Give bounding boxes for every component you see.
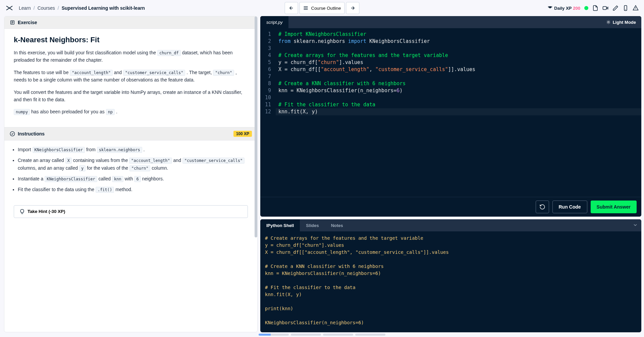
exercise-icon <box>10 20 15 25</box>
topbar: Learn / Courses / Supervised Learning wi… <box>0 0 644 16</box>
course-outline-button[interactable]: Course Outline <box>300 2 345 14</box>
code-line: # Fit the classifier to the data <box>276 101 641 108</box>
progress-seg[interactable] <box>323 334 353 336</box>
exercise-label: Exercise <box>18 20 37 25</box>
code-inline: "account_length" <box>129 158 172 164</box>
exercise-p3: You will convert the features and the ta… <box>14 89 248 104</box>
exercise-body: k-Nearest Neighbors: Fit In this exercis… <box>4 29 257 127</box>
menu-icon <box>303 5 309 11</box>
code-inline: "churn" <box>213 70 234 76</box>
mobile-icon[interactable] <box>623 5 629 11</box>
code-line <box>276 94 641 101</box>
submit-answer-button[interactable]: Submit Answer <box>591 201 637 213</box>
topbar-right: Daily XP 200 <box>547 5 639 11</box>
code-inline: .fit() <box>96 187 114 193</box>
code-line <box>276 73 641 80</box>
instruction-item: Fit the classifier to the data using the… <box>18 186 248 194</box>
logo-area: Learn / Courses / Supervised Learning wi… <box>5 4 145 12</box>
bulb-icon <box>19 209 25 214</box>
svg-point-4 <box>607 21 609 23</box>
code-inline: "customer_service_calls" <box>123 70 185 76</box>
nav-center: Course Outline <box>285 2 360 14</box>
code-inline: X <box>65 158 72 164</box>
instruction-item: Import KNeighborsClassifier from sklearn… <box>18 146 248 154</box>
code-inline: "account_length" <box>70 70 113 76</box>
instruction-item: Instantiate a KNeighborsClassifier calle… <box>18 175 248 183</box>
tab-notes[interactable]: Notes <box>325 219 349 231</box>
progress-seg[interactable] <box>291 334 321 336</box>
editor-tabs: script.py Light Mode <box>260 16 641 28</box>
arrow-right-icon <box>350 5 355 11</box>
scrollbar-thumb[interactable] <box>255 16 257 237</box>
breadcrumb-learn[interactable]: Learn <box>19 5 31 11</box>
tab-ipython-shell[interactable]: IPython Shell <box>260 219 300 231</box>
xp-badge: 100 XP <box>233 131 252 137</box>
svg-point-3 <box>10 131 14 136</box>
code-inline: "customer_service_calls" <box>182 158 245 164</box>
breadcrumb-current: Supervised Learning with scikit-learn <box>62 5 145 11</box>
code-line: y = churn_df["churn"].values <box>276 59 641 66</box>
prev-button[interactable] <box>285 2 298 14</box>
chevron-down-icon <box>633 222 638 228</box>
code-area[interactable]: 1 2 3 4 5 6 7 8 9 10 11 12 # Import KNei… <box>260 28 641 197</box>
breadcrumb: Learn / Courses / Supervised Learning wi… <box>19 5 145 11</box>
code-inline: 6 <box>134 176 141 182</box>
run-code-button[interactable]: Run Code <box>552 201 587 213</box>
instructions-label: Instructions <box>18 131 45 136</box>
daily-xp[interactable]: Daily XP 200 <box>547 5 580 11</box>
instruction-item: Create an array called X containing valu… <box>18 157 248 173</box>
check-circle-icon <box>10 131 15 136</box>
code-line <box>276 45 641 52</box>
progress-seg[interactable] <box>259 334 289 336</box>
tab-slides[interactable]: Slides <box>300 219 325 231</box>
status-dot-icon <box>584 6 588 10</box>
svg-rect-0 <box>603 7 607 10</box>
console: IPython Shell Slides Notes # Create arra… <box>260 219 641 332</box>
code-line: # Import KNeighborsClassifier <box>276 31 641 38</box>
code-line: # Create a KNN classifier with 6 neighbo… <box>276 80 641 87</box>
exercise-panel: Exercise k-Nearest Neighbors: Fit In thi… <box>4 16 258 332</box>
edit-icon[interactable] <box>612 5 619 11</box>
code-inline: sklearn.neighbors <box>97 147 142 153</box>
hint-label: Take Hint (-30 XP) <box>28 209 65 214</box>
main-area: Exercise k-Nearest Neighbors: Fit In thi… <box>0 16 644 332</box>
light-mode-button[interactable]: Light Mode <box>601 20 641 25</box>
scrollbar[interactable] <box>255 16 257 332</box>
breadcrumb-sep: / <box>34 5 35 11</box>
progress-bar <box>259 334 385 336</box>
exercise-p1: In this exercise, you will build your fi… <box>14 49 248 64</box>
code-inline: y <box>79 165 86 171</box>
code-line: knn = KNeighborsClassifier(n_neighbors=6… <box>276 87 641 94</box>
file-icon[interactable] <box>592 5 598 11</box>
editor-tab-script[interactable]: script.py <box>260 16 288 28</box>
instructions-header: Instructions 100 XP <box>4 127 257 141</box>
video-icon[interactable] <box>602 5 608 11</box>
exercise-p4: numpy has also been preloaded for you as… <box>14 108 248 115</box>
right-panel: script.py Light Mode 1 2 3 4 5 6 7 8 9 <box>260 16 641 332</box>
warning-icon[interactable] <box>633 5 639 11</box>
take-hint-button[interactable]: Take Hint (-30 XP) <box>14 205 248 218</box>
code-inline: numpy <box>14 109 30 115</box>
gutter: 1 2 3 4 5 6 7 8 9 10 11 12 <box>260 28 276 197</box>
console-collapse-button[interactable] <box>629 222 641 229</box>
code-inline: KNeighborsClassifier <box>33 147 85 153</box>
reset-button[interactable] <box>536 201 549 213</box>
console-tabs: IPython Shell Slides Notes <box>260 219 641 231</box>
logo-icon[interactable] <box>5 4 13 12</box>
progress-seg[interactable] <box>355 334 385 336</box>
exercise-header: Exercise <box>4 16 257 29</box>
code-inline: np <box>106 109 115 115</box>
editor: script.py Light Mode 1 2 3 4 5 6 7 8 9 <box>260 16 641 217</box>
code-lines: # Import KNeighborsClassifier from sklea… <box>276 28 641 197</box>
exercise-p2: The features to use will be "account_len… <box>14 69 248 84</box>
trophy-icon <box>547 5 553 11</box>
daily-xp-label: Daily XP <box>554 6 572 11</box>
code-line: # Create arrays for the features and the… <box>276 52 641 59</box>
light-mode-label: Light Mode <box>613 20 636 25</box>
breadcrumb-courses[interactable]: Courses <box>38 5 55 11</box>
next-button[interactable] <box>346 2 359 14</box>
console-output[interactable]: # Create arrays for the features and the… <box>260 231 641 332</box>
code-line: knn.fit(X, y) <box>276 108 641 115</box>
code-line: X = churn_df[["account_length", "custome… <box>276 66 641 73</box>
code-inline: "churn" <box>129 165 151 171</box>
